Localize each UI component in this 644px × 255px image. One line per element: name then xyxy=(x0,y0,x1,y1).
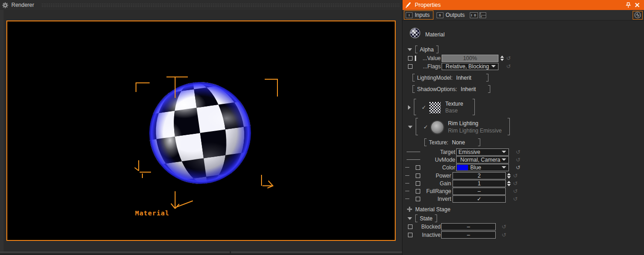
blocked-row: Blocked – xyxy=(402,223,644,230)
gain-reset-icon[interactable] xyxy=(513,181,518,186)
rim-lighting-title: Rim Lighting xyxy=(448,120,502,127)
collapse-alpha-icon[interactable] xyxy=(408,48,412,51)
gain-row: Gain 1 xyxy=(402,179,644,187)
color-dropdown[interactable]: Blue xyxy=(456,164,509,171)
alpha-group-label: Alpha xyxy=(420,46,434,53)
alpha-flags-checkbox[interactable] xyxy=(408,64,413,69)
inactive-reset-icon[interactable] xyxy=(502,232,506,238)
inactive-value: – xyxy=(467,232,470,238)
power-row: Power 2 xyxy=(402,172,644,179)
color-row: Color Blue xyxy=(402,163,644,171)
collapse-rim-lighting-icon[interactable] xyxy=(408,126,413,128)
expand-texture-icon[interactable] xyxy=(408,105,411,110)
add-material-stage-icon[interactable] xyxy=(407,207,412,212)
tab-inputs-label: Inputs xyxy=(415,12,430,18)
rim-texture-label: Texture: xyxy=(429,139,448,146)
blocked-reset-icon[interactable] xyxy=(502,224,506,230)
color-checkbox[interactable] xyxy=(416,165,420,170)
power-connector-dash xyxy=(405,175,409,176)
chevron-down-icon xyxy=(502,151,506,153)
invert-reset-icon[interactable] xyxy=(513,196,518,202)
power-reset-icon[interactable] xyxy=(513,173,518,178)
panel-drag-texture[interactable] xyxy=(41,3,399,7)
material-stage-row[interactable]: Material Stage xyxy=(407,205,450,213)
texture-thumbnail[interactable] xyxy=(429,102,441,113)
alpha-group-header: Alpha xyxy=(408,46,438,53)
material-node-icon xyxy=(410,28,420,38)
lighting-model-label: LightingModel: xyxy=(417,75,453,81)
texture-enabled-check-icon[interactable] xyxy=(422,104,426,111)
alpha-value-text: 100% xyxy=(463,55,477,61)
blocked-input[interactable]: – xyxy=(441,223,496,230)
color-label: Color xyxy=(423,164,455,171)
renderer-header[interactable]: Renderer xyxy=(0,0,402,10)
state-group-header: State xyxy=(408,214,437,222)
close-icon[interactable] xyxy=(634,2,640,8)
fullrange-value: – xyxy=(478,188,481,194)
properties-titlebar[interactable]: Properties xyxy=(402,0,644,10)
lighting-model-value: Inherit xyxy=(456,75,471,81)
rim-texture-row[interactable]: Texture: None xyxy=(424,138,480,146)
fullrange-label: FullRange xyxy=(423,188,451,194)
tab-inputs[interactable]: Inputs xyxy=(404,10,433,20)
invert-connector-dash xyxy=(405,199,409,199)
properties-content: Material Alpha ...Value 100% ...Flags xyxy=(402,20,644,255)
color-reset-icon[interactable] xyxy=(516,165,520,170)
uvmode-dropdown[interactable]: Normal, Camera xyxy=(456,156,509,163)
renderer-left-gutter xyxy=(0,10,4,251)
alpha-flags-dropdown[interactable]: Relative, Blocking xyxy=(442,63,498,70)
alpha-value-reset-icon[interactable] xyxy=(506,56,511,61)
shadow-options-row[interactable]: ShadowOptions: Inherit xyxy=(413,85,490,93)
target-reset-icon[interactable] xyxy=(516,149,520,155)
gain-stepper[interactable] xyxy=(507,181,511,186)
render-viewport[interactable]: Material xyxy=(6,20,396,241)
power-input[interactable]: 2 xyxy=(453,172,506,179)
pin-icon[interactable] xyxy=(626,2,631,8)
invert-value: ✓ xyxy=(477,196,481,202)
uvmode-reset-icon[interactable] xyxy=(516,157,520,163)
pencil-icon xyxy=(405,2,411,8)
target-dropdown[interactable]: Emissive xyxy=(456,148,509,156)
rim-lighting-thumbnail[interactable] xyxy=(431,121,443,133)
inactive-row: Inactive – xyxy=(402,231,644,239)
tab-outputs[interactable]: Outputs xyxy=(435,10,468,20)
lighting-model-row[interactable]: LightingModel: Inherit xyxy=(413,74,488,82)
rim-lighting-enabled-check-icon[interactable] xyxy=(423,124,428,130)
alpha-value-checkbox[interactable] xyxy=(408,56,413,61)
invert-label: Invert xyxy=(423,196,451,202)
fullrange-reset-icon[interactable] xyxy=(513,189,518,194)
alpha-value-slider[interactable]: 100% xyxy=(442,55,498,62)
invert-checkbox[interactable] xyxy=(416,197,420,201)
renderer-title: Renderer xyxy=(11,2,34,8)
gain-input[interactable]: 1 xyxy=(453,180,506,187)
gain-label: Gain xyxy=(423,180,451,187)
gain-checkbox[interactable] xyxy=(416,181,420,186)
inputs-icon xyxy=(406,12,413,18)
power-stepper[interactable] xyxy=(507,173,511,178)
live-update-button[interactable] xyxy=(633,11,643,20)
invert-toggle[interactable]: ✓ xyxy=(453,195,506,203)
target-connector-line xyxy=(407,152,420,152)
texture-group: Texture Base xyxy=(408,99,475,116)
material-stage-label: Material Stage xyxy=(415,206,450,213)
shadow-options-label: ShadowOptions: xyxy=(417,86,457,92)
properties-panel: Properties Inputs Outputs xyxy=(402,0,644,255)
blocked-value: – xyxy=(467,224,470,230)
inactive-input[interactable]: – xyxy=(441,231,496,239)
collapse-state-icon[interactable] xyxy=(408,217,412,220)
color-connector-dash xyxy=(405,167,409,168)
fullrange-checkbox[interactable] xyxy=(416,189,420,194)
alpha-flags-reset-icon[interactable] xyxy=(506,64,511,69)
rim-lighting-group: Rim Lighting Rim Lighting Emissive xyxy=(408,118,510,136)
power-checkbox[interactable] xyxy=(416,173,420,178)
alpha-value-stepper[interactable] xyxy=(500,56,504,61)
fullrange-connector-dash xyxy=(405,191,409,191)
power-label: Power xyxy=(423,173,451,179)
fullrange-input[interactable]: – xyxy=(453,188,506,195)
inactive-label: Inactive xyxy=(412,232,441,238)
alpha-value-row: ...Value 100% xyxy=(402,54,644,62)
split-view-toggle-icon[interactable] xyxy=(479,12,486,18)
rim-lighting-subtitle: Rim Lighting Emissive xyxy=(448,127,502,134)
alpha-flags-row: ...Flags Relative, Blocking xyxy=(402,62,644,70)
inputs-outputs-toggle-icon[interactable] xyxy=(470,12,478,18)
